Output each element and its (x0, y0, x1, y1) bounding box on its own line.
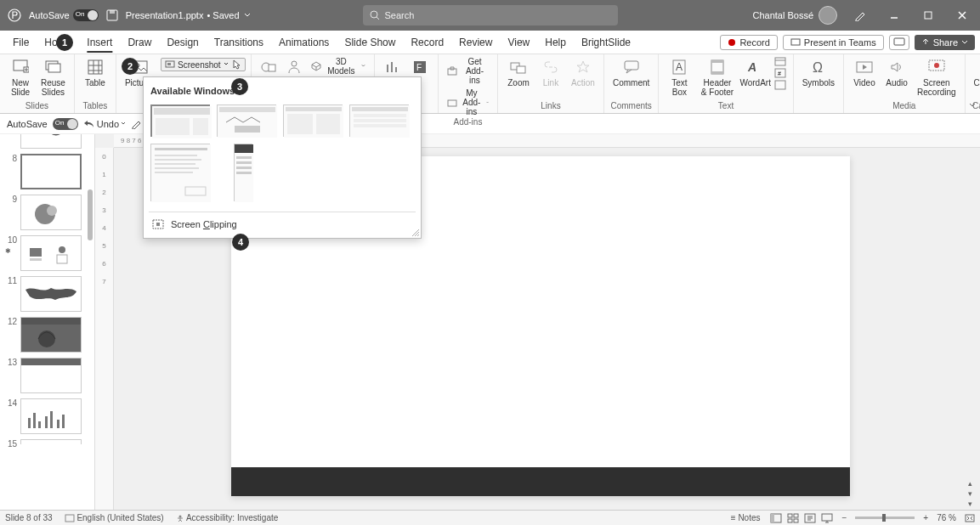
document-title[interactable]: Presentation1.pptx (126, 10, 204, 20)
reuse-slides-button[interactable]: Reuse Slides (37, 56, 69, 99)
date-time-button[interactable] (773, 56, 788, 66)
next-slide-button[interactable]: ▾ (968, 489, 977, 498)
slide-thumbnail[interactable] (20, 317, 82, 353)
group-label-text: Text (718, 101, 734, 111)
chevron-down-icon[interactable] (243, 11, 252, 20)
callout-4: 4 (232, 234, 249, 251)
reading-view-button[interactable] (803, 512, 817, 524)
search-input[interactable]: Search (363, 5, 618, 25)
save-icon[interactable] (105, 8, 119, 22)
svg-rect-91 (62, 415, 65, 428)
slide-thumbnail[interactable] (20, 398, 82, 434)
tab-design[interactable]: Design (159, 31, 206, 54)
chevron-down-icon (224, 62, 229, 67)
forms-button[interactable]: F (407, 56, 433, 78)
resize-handle-icon[interactable] (412, 229, 419, 236)
autosave-toggle[interactable]: AutoSave On (29, 9, 99, 21)
slide-thumbnail[interactable] (20, 195, 82, 230)
window-thumbnail[interactable] (217, 104, 276, 137)
slide-number-button[interactable]: # (773, 68, 788, 78)
zoom-label[interactable]: 76 % (937, 513, 956, 522)
wordart-button[interactable]: AWordArt (740, 56, 771, 89)
maximize-button[interactable] (917, 4, 939, 26)
window-thumbnail[interactable] (234, 144, 252, 201)
svg-text:A: A (676, 61, 683, 73)
slide-counter[interactable]: Slide 8 of 33 (5, 513, 53, 522)
zoom-button[interactable]: Zoom (503, 56, 534, 89)
close-button[interactable] (951, 4, 973, 26)
chart-button[interactable] (380, 56, 405, 78)
tab-view[interactable]: View (500, 31, 537, 54)
next-slide-button-2[interactable]: ▾ (968, 500, 977, 508)
tab-transitions[interactable]: Transitions (207, 31, 271, 54)
svg-text:F: F (416, 63, 422, 72)
icons-button[interactable] (282, 56, 306, 78)
3d-models-button[interactable]: 3D Models (308, 56, 369, 76)
cameo-button[interactable]: Cameo (971, 56, 980, 89)
video-button[interactable]: Video (849, 56, 880, 89)
audio-button[interactable]: Audio (881, 56, 912, 89)
pen-icon[interactable] (849, 4, 871, 26)
my-addins-button[interactable]: My Add-ins (444, 88, 492, 117)
notes-button[interactable]: ≡ Notes (731, 513, 761, 522)
tab-animations[interactable]: Animations (271, 31, 337, 54)
group-label-media: Media (892, 101, 915, 111)
tab-insert[interactable]: Insert (79, 31, 120, 54)
zoom-slider[interactable] (855, 517, 915, 519)
table-button[interactable]: Table (80, 56, 110, 89)
tab-record[interactable]: Record (403, 31, 451, 54)
screen-clipping-button[interactable]: Screen Clipping (149, 212, 416, 233)
accessibility-indicator[interactable]: Accessibility: Investigate (176, 513, 279, 522)
screenshot-button[interactable]: Screenshot (161, 58, 246, 71)
fit-to-window-button[interactable] (965, 514, 975, 522)
slide-thumbnail[interactable] (20, 134, 82, 149)
slide-thumbnail[interactable] (20, 439, 82, 444)
tab-brightslide[interactable]: BrightSlide (574, 31, 638, 54)
normal-view-button[interactable] (769, 512, 783, 524)
tab-review[interactable]: Review (451, 31, 500, 54)
lang-indicator[interactable]: English (United States) (65, 513, 164, 522)
tab-file[interactable]: File (5, 31, 37, 54)
shapes-button[interactable] (257, 56, 280, 78)
prev-slide-button[interactable]: ▴ (968, 479, 977, 488)
object-button[interactable] (773, 80, 788, 90)
tab-help[interactable]: Help (537, 31, 574, 54)
svg-point-40 (934, 63, 939, 68)
scrollbar-thumb[interactable] (88, 189, 93, 240)
record-button[interactable]: Record (720, 35, 777, 50)
slide-thumbnail[interactable] (20, 235, 82, 271)
slide-panel[interactable]: 7 8 9 10✱ 11 12 13 14 15 (0, 134, 95, 510)
textbox-button[interactable]: AText Box (664, 56, 694, 99)
header-footer-button[interactable]: Header & Footer (696, 56, 738, 99)
share-button[interactable]: Share (915, 35, 975, 50)
window-thumbnail[interactable] (150, 144, 210, 201)
new-slide-button[interactable]: New Slide (5, 56, 36, 99)
minimize-button[interactable] (883, 4, 905, 26)
zoom-in-button[interactable]: + (923, 513, 928, 522)
present-teams-button[interactable]: Present in Teams (783, 35, 884, 50)
tab-draw[interactable]: Draw (120, 31, 159, 54)
comment-button[interactable]: Comment (609, 56, 653, 89)
window-thumbnail[interactable] (150, 104, 210, 137)
get-addins-button[interactable]: Get Add-ins (444, 56, 492, 86)
user-account[interactable]: Chantal Bossé (752, 6, 837, 25)
window-thumbnail[interactable] (283, 104, 343, 137)
window-thumbnail[interactable] (349, 104, 409, 137)
slideshow-view-button[interactable] (820, 512, 834, 524)
comments-toggle[interactable] (889, 35, 909, 50)
svg-rect-58 (354, 124, 406, 127)
avatar (819, 6, 837, 25)
slide-thumbnail[interactable] (20, 154, 82, 189)
svg-rect-6 (791, 39, 800, 45)
screen-recording-button[interactable]: Screen Recording (914, 56, 960, 99)
zoom-out-button[interactable]: − (842, 513, 847, 522)
slide-thumbnail[interactable] (20, 276, 82, 312)
qat-pen-icon[interactable] (131, 119, 143, 129)
qat-autosave-toggle[interactable]: On (53, 118, 78, 130)
slide-thumbnail[interactable] (20, 358, 82, 393)
symbols-button[interactable]: ΩSymbols (799, 56, 838, 89)
sorter-view-button[interactable] (786, 512, 800, 524)
tab-slideshow[interactable]: Slide Show (337, 31, 403, 54)
collapse-ribbon-icon[interactable] (968, 101, 977, 110)
undo-button[interactable]: Undo (83, 119, 126, 129)
